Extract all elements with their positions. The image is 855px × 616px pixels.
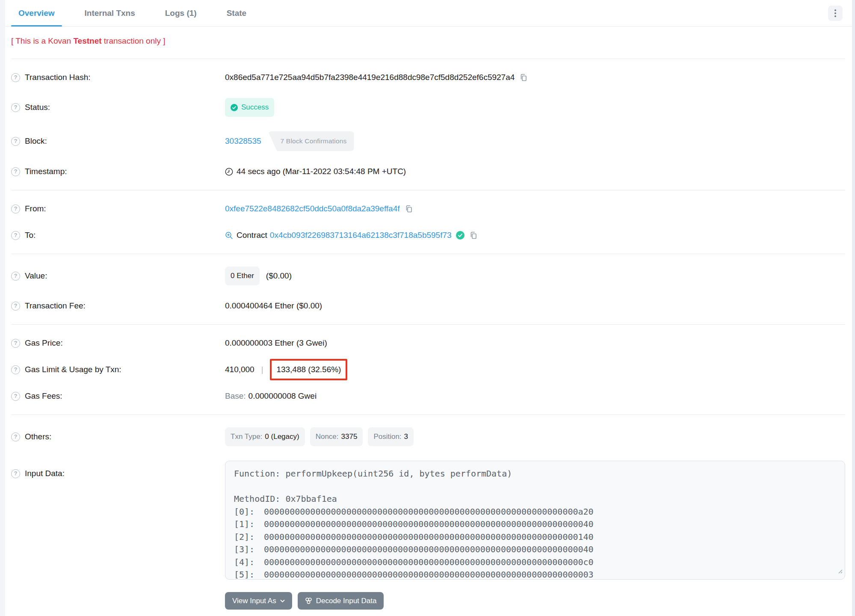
help-icon[interactable]: ? — [11, 167, 20, 176]
verified-check-icon — [456, 231, 464, 240]
input-data-actions: View Input As Decode Input Data — [225, 592, 845, 610]
gas-limit-separator: | — [261, 364, 263, 376]
ether-value-badge: 0 Ether — [225, 267, 260, 285]
gas-price-value: 0.000000003 Ether (3 Gwei) — [225, 337, 327, 349]
input-param-line: [1]:000000000000000000000000000000000000… — [234, 518, 836, 531]
transaction-fee-label: Transaction Fee: — [25, 300, 86, 312]
magnifier-plus-icon[interactable] — [225, 231, 233, 240]
help-icon[interactable]: ? — [11, 231, 20, 240]
gas-limit-value: 410,000 — [225, 364, 254, 376]
status-badge: Success — [225, 98, 274, 117]
position-key: Position: — [373, 431, 401, 443]
txn-type-badge: Txn Type: 0 (Legacy) — [225, 427, 305, 446]
resize-grip-icon[interactable] — [837, 565, 843, 578]
help-icon[interactable]: ? — [11, 469, 20, 478]
tab-overview[interactable]: Overview — [11, 0, 62, 26]
timestamp-label: Timestamp: — [25, 166, 67, 178]
txn-type-value: 0 (Legacy) — [265, 431, 299, 443]
row-transaction-fee: ? Transaction Fee: 0.000400464 Ether ($0… — [11, 293, 845, 319]
block-number-link[interactable]: 30328535 — [225, 135, 261, 147]
row-from: ? From: 0xfee7522e8482682cf50ddc50a0f8da… — [11, 195, 845, 222]
help-icon[interactable]: ? — [11, 103, 20, 112]
decode-icon — [305, 597, 312, 604]
transaction-hash-label: Transaction Hash: — [25, 71, 90, 83]
tab-internal-txns[interactable]: Internal Txns — [77, 0, 142, 26]
copy-icon[interactable] — [405, 204, 413, 213]
transaction-fee-value: 0.000400464 Ether ($0.00) — [225, 300, 322, 312]
nonce-value: 3375 — [341, 431, 358, 443]
gas-limit-label: Gas Limit & Usage by Txn: — [25, 364, 121, 376]
help-icon[interactable]: ? — [11, 73, 20, 82]
decode-input-data-button[interactable]: Decode Input Data — [298, 592, 384, 610]
block-confirmations-badge: 7 Block Confirmations — [268, 131, 354, 151]
input-data-box[interactable]: Function: performUpkeep(uint256 id, byte… — [225, 461, 845, 580]
row-input-data: ? Input Data: Function: performUpkeep(ui… — [11, 453, 845, 587]
help-icon[interactable]: ? — [11, 137, 20, 146]
status-label: Status: — [25, 101, 50, 113]
value-label: Value: — [25, 270, 47, 282]
position-value: 3 — [404, 431, 408, 443]
gas-fees-base-label: Base: — [225, 390, 246, 402]
to-label: To: — [25, 229, 36, 241]
input-function-line: Function: performUpkeep(uint256 id, byte… — [234, 468, 836, 480]
gas-fees-base-value: 0.000000008 Gwei — [249, 390, 317, 402]
section-hash-status-block-time: ? Transaction Hash: 0x86ed5a771e725aa94d… — [11, 59, 845, 190]
transaction-card: Overview Internal Txns Logs (1) State [ … — [5, 0, 852, 616]
block-label: Block: — [25, 135, 47, 147]
help-icon[interactable]: ? — [11, 204, 20, 213]
help-icon[interactable]: ? — [11, 392, 20, 401]
row-transaction-hash: ? Transaction Hash: 0x86ed5a771e725aa94d… — [11, 64, 845, 91]
view-input-as-label: View Input As — [232, 597, 276, 605]
row-others: ? Others: Txn Type: 0 (Legacy) Nonce: 33… — [11, 420, 845, 453]
tab-state[interactable]: State — [219, 0, 254, 26]
input-param-line: [3]:000000000000000000000000000000000000… — [234, 543, 836, 556]
testnet-warning: [ This is a Kovan Testnet transaction on… — [11, 27, 845, 59]
nonce-badge: Nonce: 3375 — [310, 427, 363, 446]
help-icon[interactable]: ? — [11, 272, 20, 281]
section-gas: ? Gas Price: 0.000000003 Ether (3 Gwei) … — [11, 325, 845, 415]
tab-logs[interactable]: Logs (1) — [158, 0, 204, 26]
view-input-as-button[interactable]: View Input As — [225, 592, 292, 610]
gas-usage-annotation-box: 133,488 (32.56%) — [270, 359, 347, 380]
chevron-down-icon — [280, 599, 285, 603]
to-contract-prefix: Contract — [237, 229, 267, 241]
testnet-warning-suffix: transaction only ] — [102, 36, 166, 45]
from-address-link[interactable]: 0xfee7522e8482682cf50ddc50a0f8da2a39effa… — [225, 203, 400, 215]
kebab-dot — [834, 9, 836, 11]
more-options-button[interactable] — [828, 6, 843, 21]
help-icon[interactable]: ? — [11, 365, 20, 374]
input-param-line: [2]:000000000000000000000000000000000000… — [234, 531, 836, 544]
gas-usage-value: 133,488 (32.56%) — [276, 365, 341, 374]
section-from-to: ? From: 0xfee7522e8482682cf50ddc50a0f8da… — [11, 190, 845, 254]
row-gas-fees: ? Gas Fees: Base: 0.000000008 Gwei — [11, 383, 845, 409]
others-label: Others: — [25, 431, 51, 443]
decode-input-data-label: Decode Input Data — [316, 597, 377, 605]
help-icon[interactable]: ? — [11, 339, 20, 348]
clock-icon — [225, 168, 233, 176]
tab-bar: Overview Internal Txns Logs (1) State — [5, 0, 852, 27]
gas-price-label: Gas Price: — [25, 337, 63, 349]
input-data-label: Input Data: — [25, 468, 65, 480]
value-usd: ($0.00) — [266, 270, 292, 282]
copy-icon[interactable] — [519, 73, 528, 82]
row-to: ? To: Contract 0x4cb093f226983713164a621… — [11, 222, 845, 249]
check-circle-icon — [231, 104, 238, 111]
page-background-left — [0, 0, 5, 616]
row-timestamp: ? Timestamp: 44 secs ago (Mar-11-2022 03… — [11, 158, 845, 185]
timestamp-value: 44 secs ago (Mar-11-2022 03:54:48 PM +UT… — [237, 166, 406, 178]
transaction-hash-value: 0x86ed5a771e725aa94d5b7fa2398e4419e216d8… — [225, 71, 515, 83]
to-address-link[interactable]: 0x4cb093f226983713164a62138c3f718a5b595f… — [270, 229, 452, 241]
help-icon[interactable]: ? — [11, 432, 20, 441]
help-icon[interactable]: ? — [11, 302, 20, 311]
testnet-warning-bold: Testnet — [73, 36, 101, 45]
row-block: ? Block: 30328535 7 Block Confirmations — [11, 124, 845, 158]
copy-icon[interactable] — [469, 231, 478, 240]
row-value: ? Value: 0 Ether ($0.00) — [11, 259, 845, 293]
status-badge-text: Success — [241, 101, 269, 113]
row-gas-limit-usage: ? Gas Limit & Usage by Txn: 410,000 | 13… — [11, 356, 845, 383]
nonce-key: Nonce: — [316, 431, 339, 443]
input-param-line: [0]:000000000000000000000000000000000000… — [234, 506, 836, 518]
row-status: ? Status: Success — [11, 91, 845, 124]
input-blank-line — [234, 480, 836, 493]
kebab-dot — [834, 15, 836, 17]
